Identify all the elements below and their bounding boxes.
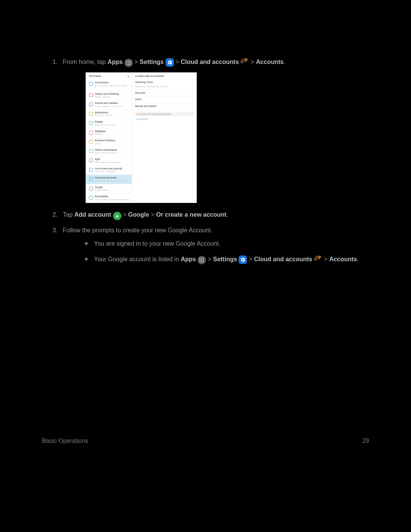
svg-point-6 <box>126 64 127 65</box>
svg-point-10 <box>199 258 201 259</box>
ss-item-sub: Samsung Cloud, Backup and restore <box>95 180 126 182</box>
ss-left-item: NotificationsBlock, allow, prioritize <box>86 109 132 119</box>
label-apps: Apps <box>107 59 123 65</box>
ss-left-item: AccessibilityVision, Hearing, Dexterity … <box>86 193 132 203</box>
search-icon: ⌕ <box>127 75 129 78</box>
ss-item-icon <box>89 158 93 162</box>
ss-item-icon <box>89 121 93 125</box>
ss-item-icon <box>89 149 93 153</box>
ss-looking: LOOKING FOR SOMETHING ELSE? <box>134 112 194 117</box>
period: . <box>357 256 358 262</box>
ss-item-sub: Battery, Storage, Memory <box>95 152 117 154</box>
ss-item-sub: Vision, Hearing, Dexterity and interacti… <box>95 199 129 201</box>
ss-item-icon <box>89 93 93 97</box>
ss-item-title: Notifications <box>95 112 113 114</box>
svg-point-4 <box>128 62 129 64</box>
svg-point-7 <box>128 64 129 65</box>
settings-icon <box>239 256 247 264</box>
svg-point-14 <box>201 260 202 261</box>
ss-item-title: Display <box>95 121 116 123</box>
ss-item-icon <box>89 177 93 181</box>
label-settings: Settings <box>140 59 164 65</box>
svg-point-11 <box>201 258 202 259</box>
text: You are signed in to your new Google Acc… <box>94 240 220 247</box>
ss-right-header: CLOUD AND ACCOUNTS <box>132 73 196 79</box>
ss-item-icon <box>89 187 93 190</box>
ss-item-sub: Block, allow, prioritize <box>95 115 113 117</box>
ss-left-item: ConnectionsWi-Fi, Bluetooth, Data usage,… <box>86 80 132 91</box>
ss-left-item: DisplayBrightness, Home screen <box>86 118 132 128</box>
ss-left-item: Hotspot and TetheringHotspot, Tethering <box>86 91 132 100</box>
period: . <box>284 59 285 65</box>
ss-item-title: Wallpaper <box>95 130 106 133</box>
footer-page: 29 <box>362 438 369 444</box>
settings-icon <box>166 58 174 67</box>
label-accounts: Accounts <box>329 256 357 262</box>
ss-item-sub: Sounds, Vibration, Do not disturb <box>95 105 123 107</box>
ss-item-title: Cloud and accounts <box>95 177 126 179</box>
label-google: Google <box>128 211 149 218</box>
label-cloud-accounts: Cloud and accounts <box>254 256 312 262</box>
ss-left-item: WallpaperWallpaper <box>86 128 132 137</box>
label-cloud-accounts: Cloud and accounts <box>181 59 239 65</box>
ss-left-item: GoogleGoogle settings <box>86 184 132 193</box>
ss-item-title: Accessibility <box>95 195 129 198</box>
ss-item-sub: Brightness, Home screen <box>95 124 116 126</box>
ss-item-samsung-cloud-sub: Back up your tablet and sync your data. <box>132 86 196 89</box>
sep: > <box>123 211 128 218</box>
svg-point-12 <box>203 258 204 259</box>
ss-item-accounts: Accounts <box>132 90 196 96</box>
ss-item-title: Google <box>95 186 108 189</box>
apps-icon <box>124 59 133 67</box>
text: Your Google account is listed in <box>94 256 181 262</box>
ss-item-backup: Backup and restore <box>132 103 196 110</box>
svg-point-5 <box>130 62 131 64</box>
bullet-icon: ❖ <box>84 240 89 248</box>
sep: > <box>251 59 256 65</box>
ss-item-icon <box>89 82 93 86</box>
ss-item-title: Device maintenance <box>95 149 117 152</box>
svg-point-1 <box>128 61 129 62</box>
ss-location: LOCATION <box>132 117 196 123</box>
ss-item-sub: Google settings <box>95 189 108 191</box>
sep: > <box>134 59 140 65</box>
ss-item-title: Lock screen and security <box>95 168 122 170</box>
ss-left-item: Advanced featuresGames <box>86 137 132 147</box>
cloud-accounts-icon <box>314 254 322 263</box>
svg-point-18 <box>203 261 204 262</box>
ss-item-icon <box>89 168 93 172</box>
ss-item-icon <box>89 140 93 144</box>
bullet-icon: ❖ <box>84 255 89 264</box>
svg-point-13 <box>199 260 201 261</box>
text: Follow the prompts to create your new Go… <box>63 227 212 233</box>
sep: > <box>208 256 213 262</box>
svg-point-9 <box>246 59 247 60</box>
ss-item-sub: Wallpaper <box>95 133 106 135</box>
step-2: Tap Add account + > Google > Or create a… <box>42 210 369 220</box>
svg-point-15 <box>203 260 204 261</box>
ss-item-sub: Wi-Fi, Bluetooth, Data usage, Airplane m… <box>95 85 129 89</box>
step-3: Follow the prompts to create your new Go… <box>42 225 369 264</box>
svg-point-17 <box>201 261 202 262</box>
settings-screenshot: SETTINGS⌕ ConnectionsWi-Fi, Bluetooth, D… <box>86 72 197 203</box>
period: . <box>226 211 228 218</box>
svg-point-3 <box>126 62 127 64</box>
ss-left-item: Cloud and accountsSamsung Cloud, Backup … <box>86 174 132 184</box>
ss-item-title: Advanced features <box>95 139 115 142</box>
label-or-create: Or create a new account <box>156 211 226 218</box>
ss-item-icon <box>89 112 93 116</box>
ss-left-item: AppsDefault apps, App permissions <box>86 156 132 165</box>
step-3-sub-1: ❖ You are signed in to your new Google A… <box>63 238 369 249</box>
apps-icon <box>198 256 206 264</box>
ss-item-icon <box>89 131 93 134</box>
svg-point-16 <box>199 261 201 262</box>
svg-point-19 <box>319 256 320 257</box>
sep: > <box>249 256 254 262</box>
ss-item-title: Hotspot and Tethering <box>95 93 119 96</box>
ss-left-pane: SETTINGS⌕ ConnectionsWi-Fi, Bluetooth, D… <box>86 73 132 203</box>
ss-item-icon <box>89 102 93 106</box>
ss-item-sub: Hotspot, Tethering <box>95 96 119 98</box>
ss-item-users: Users <box>132 96 196 103</box>
step-1: From home, tap Apps > Settings > Cloud a… <box>42 57 369 203</box>
sep: > <box>151 211 156 218</box>
